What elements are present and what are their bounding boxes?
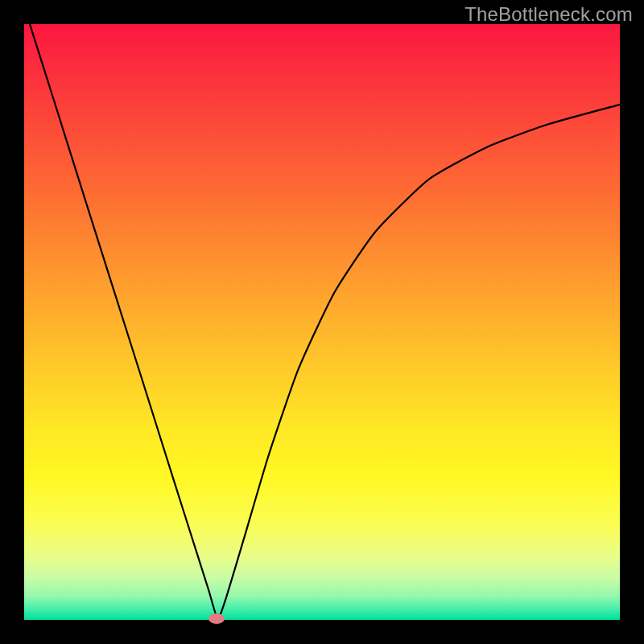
plot-area	[24, 24, 620, 620]
watermark-text: TheBottleneck.com	[464, 3, 633, 26]
chart-frame: TheBottleneck.com	[0, 0, 644, 644]
bottleneck-curve	[24, 6, 620, 619]
curve-svg	[24, 24, 620, 620]
bottleneck-marker	[208, 613, 225, 624]
